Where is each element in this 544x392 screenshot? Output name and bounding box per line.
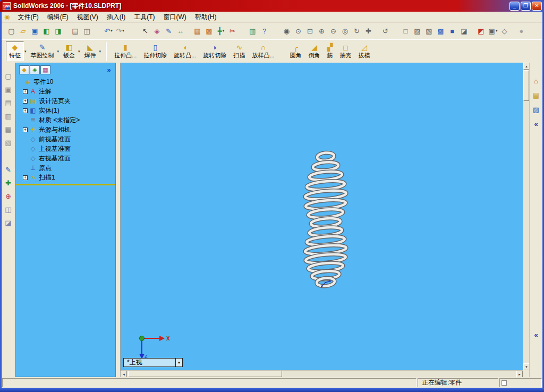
left-toolbar-icon[interactable]: ◪ xyxy=(3,217,14,228)
restore-button[interactable]: ❐ xyxy=(521,2,531,11)
perspective-icon[interactable]: ◇ xyxy=(499,25,510,37)
tree-expander[interactable]: + xyxy=(23,175,28,180)
tree-item-front-plane[interactable]: ◇ 前视基准面 xyxy=(16,134,115,144)
tree-item-sweep1[interactable]: + ∿ 扫描1 xyxy=(16,173,115,182)
undo-icon[interactable]: ↶ ▾ xyxy=(103,25,114,37)
move-entities-icon[interactable]: ╋ ▾ xyxy=(216,25,226,37)
tree-item-solid-bodies[interactable]: + ◧ 实体(1) xyxy=(16,106,115,115)
tree-item-annotations[interactable]: + A 注解 xyxy=(16,87,115,96)
print-icon[interactable]: ▤ xyxy=(70,25,81,37)
view-orientation-box[interactable]: *上视 ▼ xyxy=(123,358,183,367)
new-document-icon[interactable]: ▢ xyxy=(6,25,17,37)
rib-button[interactable]: ▞ 筋 xyxy=(325,42,336,61)
left-toolbar-icon[interactable]: ▣ xyxy=(3,83,14,95)
dropdown-caret-icon[interactable]: ▾ xyxy=(78,49,80,54)
tree-flyout-chevron-icon[interactable]: » xyxy=(105,66,113,74)
menu-item-help[interactable]: 帮助(H) xyxy=(191,11,221,23)
hidden-lines-visible-icon[interactable]: ▨ xyxy=(412,25,423,37)
design-library-icon[interactable]: ▤ xyxy=(531,90,542,101)
menu-item-tools[interactable]: 工具(T) xyxy=(130,11,159,23)
left-toolbar-icon[interactable]: ✎ xyxy=(3,164,14,175)
propertymanager-tab[interactable]: ◈ xyxy=(30,65,40,74)
tree-item-top-plane[interactable]: ◇ 上视基准面 xyxy=(16,144,115,154)
tree-item-part[interactable]: ◈ 零件10 xyxy=(16,77,115,87)
solidworks-resources-icon[interactable]: ⌂ xyxy=(531,75,542,87)
zoom-in-out-icon[interactable]: ⊕ xyxy=(317,25,327,37)
redo-icon[interactable]: ↷ ▾ xyxy=(115,25,125,37)
panel-splitter[interactable] xyxy=(116,63,121,377)
configurationmanager-tab[interactable]: ▦ xyxy=(40,65,50,74)
hidden-lines-removed-icon[interactable]: ▧ xyxy=(424,25,435,37)
trim-icon[interactable]: ✂ xyxy=(227,25,238,37)
horizontal-scrollbar[interactable]: ◄ ► xyxy=(121,370,523,377)
menu-item-insert[interactable]: 插入(I) xyxy=(103,11,130,23)
zoom-fit-icon[interactable]: ⊙ xyxy=(293,25,304,37)
tree-item-material[interactable]: ≣ 材质 <未指定> xyxy=(16,115,115,125)
tree-item-lights-cameras[interactable]: + ☀ 光源与相机 xyxy=(16,125,115,134)
tree-item-right-plane[interactable]: ◇ 右视基准面 xyxy=(16,154,115,163)
dropdown-caret-icon[interactable]: ▾ xyxy=(24,49,27,54)
tab-weldments[interactable]: ◣ 焊件 ▾ xyxy=(82,42,101,61)
sketch-tool-icon[interactable]: ✎ xyxy=(164,25,174,37)
minimize-button[interactable]: _ xyxy=(509,2,520,11)
open-icon[interactable]: ▱ xyxy=(18,25,29,37)
rollback-bar[interactable] xyxy=(16,184,115,185)
zoom-selection-icon[interactable]: ◎ xyxy=(340,25,351,37)
left-toolbar-icon[interactable]: ▤ xyxy=(3,97,14,108)
zoom-out-icon[interactable]: ⊖ xyxy=(328,25,339,37)
vertical-scroll-thumb[interactable] xyxy=(523,70,529,101)
left-toolbar-icon[interactable]: ◫ xyxy=(3,203,14,215)
draft-button[interactable]: ◿ 拔模 xyxy=(356,42,373,61)
revolved-cut-button[interactable]: ◗ 旋转切除 xyxy=(200,42,229,61)
left-toolbar-icon[interactable]: ▦ xyxy=(3,123,14,135)
menu-item-window[interactable]: 窗口(W) xyxy=(159,11,190,23)
select-icon[interactable]: ↖ xyxy=(140,25,151,37)
taskpane-collapse-chevron-icon[interactable]: « xyxy=(530,331,542,339)
tree-expander[interactable]: + xyxy=(23,108,28,113)
revolved-boss-button[interactable]: ◖ 旋转凸... xyxy=(171,42,199,61)
realview-icon[interactable]: ● xyxy=(516,25,527,37)
tab-sketch[interactable]: ✎ 草图绘制 ▾ xyxy=(28,42,60,61)
shell-button[interactable]: ◻ 抽壳 xyxy=(337,42,354,61)
shaded-icon[interactable]: ■ xyxy=(447,25,458,37)
left-toolbar-icon[interactable]: ⊕ xyxy=(3,190,14,202)
chamfer-button[interactable]: ◢ 倒角 xyxy=(306,42,323,61)
tree-expander[interactable]: + xyxy=(23,127,28,132)
shadows-icon[interactable]: ◪ xyxy=(459,25,470,37)
save-icon[interactable]: ▣ xyxy=(30,25,40,37)
tab-features[interactable]: ◆ 特征 ▾ xyxy=(6,41,27,61)
taskpane-collapse-icon[interactable]: « xyxy=(531,118,542,130)
dropdown-caret-icon[interactable]: ▾ xyxy=(99,49,101,54)
view-orientation-dropdown[interactable]: ▼ xyxy=(175,359,182,367)
shaded-with-edges-icon[interactable]: ▩ xyxy=(436,25,446,37)
dropdown-caret-icon[interactable]: ▾ xyxy=(57,49,60,54)
edit-part-icon[interactable]: ◧ xyxy=(41,25,52,37)
file-explorer-icon[interactable]: ▨ xyxy=(531,104,542,115)
vertical-scrollbar[interactable]: ▲ ▼ xyxy=(523,63,529,370)
tree-item-design-binder[interactable]: + ▤ 设计活页夹 xyxy=(16,96,115,106)
wireframe-icon[interactable]: □ xyxy=(401,25,411,37)
previous-view-icon[interactable]: ↺ xyxy=(380,25,391,37)
print-preview-icon[interactable]: ◫ xyxy=(82,25,92,37)
tab-sheet-metal[interactable]: ◧ 钣金 ▾ xyxy=(61,42,80,61)
selection-filter-icon[interactable]: ◈ xyxy=(152,25,163,37)
section-view-icon[interactable]: ◩ xyxy=(476,25,487,37)
loft-button[interactable]: ∩ 放样凸... xyxy=(249,42,277,61)
fillet-button[interactable]: ╭ 圆角 xyxy=(287,42,304,61)
left-toolbar-icon[interactable]: ▢ xyxy=(3,70,14,82)
system-menu-icon[interactable]: ◉ xyxy=(4,13,10,21)
menu-item-edit[interactable]: 编辑(E) xyxy=(43,11,73,23)
graphics-area[interactable]: X Z *上视 ▼ xyxy=(121,63,523,370)
tree-item-origin[interactable]: ⊥ 原点 xyxy=(16,163,115,173)
left-toolbar-icon[interactable]: ▥ xyxy=(3,110,14,122)
close-button[interactable]: ✕ xyxy=(532,2,542,11)
left-toolbar-icon[interactable]: ✚ xyxy=(3,177,14,189)
left-toolbar-icon[interactable]: ▧ xyxy=(3,137,14,148)
horizontal-scroll-thumb[interactable] xyxy=(128,371,282,377)
design-table-icon[interactable]: ▦ xyxy=(192,25,203,37)
tree-expander[interactable]: + xyxy=(23,89,28,94)
menu-item-file[interactable]: 文件(F) xyxy=(13,11,42,23)
edit-assembly-icon[interactable]: ◨ xyxy=(53,25,64,37)
featuremanager-tab[interactable]: ◆ xyxy=(19,65,29,74)
tree-expander[interactable]: + xyxy=(23,99,28,104)
